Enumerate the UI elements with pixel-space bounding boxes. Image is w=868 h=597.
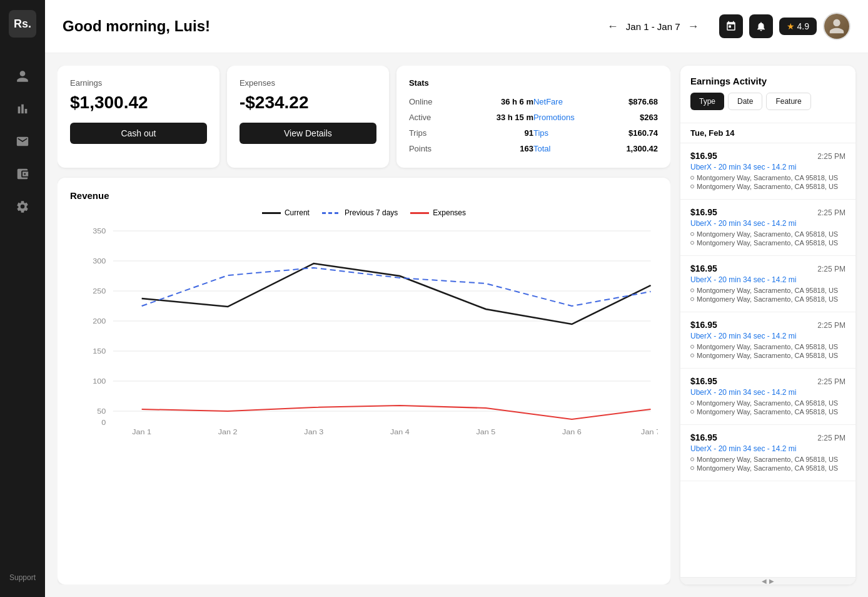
previous-line-sample: [322, 212, 341, 214]
next-date-button[interactable]: →: [688, 20, 699, 33]
activity-type: UberX - 20 min 34 sec - 14.2 mi: [690, 275, 845, 284]
earnings-value: $1,300.42: [70, 93, 207, 113]
date-navigation: ← Jan 1 - Jan 7 →: [607, 20, 699, 33]
activity-from: Montgomery Way, Sacramento, CA 95818, US: [690, 174, 845, 181]
page-title: Good morning, Luis!: [63, 18, 607, 35]
activity-to: Montgomery Way, Sacramento, CA 95818, US: [690, 464, 845, 472]
activity-time: 2:25 PM: [817, 265, 845, 273]
sidebar-item-messages[interactable]: [9, 128, 36, 155]
expenses-line-sample: [410, 212, 429, 214]
date-range-label: Jan 1 - Jan 7: [626, 21, 680, 32]
location-dot-to: [690, 297, 694, 301]
location-dot-from: [690, 176, 694, 180]
cash-out-button[interactable]: Cash out: [70, 123, 207, 144]
stats-grid: Online36 h 6 mNetFare$876.68Active33 h 1…: [409, 95, 658, 155]
sidebar-item-settings[interactable]: [9, 193, 36, 220]
svg-text:100: 100: [93, 377, 106, 385]
sidebar-item-analytics[interactable]: [9, 95, 36, 123]
expenses-card: Expenses -$234.22 View Details: [227, 66, 389, 168]
svg-text:Jan 7: Jan 7: [641, 428, 658, 436]
cards-row: Earnings $1,300.42 Cash out Expenses -$2…: [58, 66, 670, 168]
stat-metric-value: $160.74: [595, 126, 658, 140]
stat-label: Active: [409, 111, 472, 124]
location-dot-to: [690, 410, 694, 414]
activity-item[interactable]: $16.95 2:25 PM UberX - 20 min 34 sec - 1…: [680, 143, 855, 200]
stat-metric-label[interactable]: Total: [533, 142, 596, 155]
sidebar-logo: Rs.: [9, 10, 36, 38]
location-dot-from: [690, 457, 694, 461]
current-line-sample: [262, 212, 281, 214]
activity-time: 2:25 PM: [817, 321, 845, 330]
star-icon: ★: [787, 21, 795, 31]
from-address: Montgomery Way, Sacramento, CA 95818, US: [697, 343, 838, 350]
stat-label: Online: [409, 95, 472, 108]
expenses-value: -$234.22: [240, 93, 376, 113]
legend-expenses: Expenses: [410, 208, 466, 217]
svg-text:150: 150: [93, 347, 106, 355]
activity-from: Montgomery Way, Sacramento, CA 95818, US: [690, 230, 845, 238]
sidebar-item-profile[interactable]: [9, 63, 36, 90]
activity-row1: $16.95 2:25 PM: [690, 320, 845, 330]
activity-item[interactable]: $16.95 2:25 PM UberX - 20 min 34 sec - 1…: [680, 312, 855, 369]
activity-type: UberX - 20 min 34 sec - 14.2 mi: [690, 332, 845, 340]
section-date: Tue, Feb 14: [680, 123, 855, 143]
activity-to: Montgomery Way, Sacramento, CA 95818, US: [690, 239, 845, 247]
prev-date-button[interactable]: ←: [607, 20, 618, 33]
view-details-button[interactable]: View Details: [240, 123, 376, 144]
legend-expenses-label: Expenses: [433, 208, 466, 217]
to-address: Montgomery Way, Sacramento, CA 95818, US: [697, 183, 838, 190]
activity-time: 2:25 PM: [817, 152, 845, 161]
activity-item[interactable]: $16.95 2:25 PM UberX - 20 min 34 sec - 1…: [680, 425, 855, 481]
to-address: Montgomery Way, Sacramento, CA 95818, US: [697, 352, 838, 359]
location-dot-from: [690, 288, 694, 292]
right-panel: Earnings Activity TypeDateFeature Tue, F…: [680, 66, 855, 584]
activity-row1: $16.95 2:25 PM: [690, 432, 845, 442]
activity-to: Montgomery Way, Sacramento, CA 95818, US: [690, 352, 845, 359]
chart-title: Revenue: [70, 190, 658, 201]
sidebar-support[interactable]: Support: [9, 573, 36, 587]
scroll-right-arrow[interactable]: ▶: [769, 578, 774, 584]
stat-metric-label[interactable]: Tips: [533, 126, 596, 140]
activity-item[interactable]: $16.95 2:25 PM UberX - 20 min 34 sec - 1…: [680, 369, 855, 425]
filter-tab-date[interactable]: Date: [728, 93, 762, 110]
avatar[interactable]: [823, 13, 850, 40]
filter-tab-type[interactable]: Type: [690, 93, 724, 110]
rating-badge: ★ 4.9: [779, 18, 817, 35]
notifications-button[interactable]: [749, 14, 773, 38]
expenses-label: Expenses: [240, 78, 376, 88]
location-dot-to: [690, 241, 694, 245]
stat-metric-value: $876.68: [595, 95, 658, 108]
sidebar-item-wallet[interactable]: [9, 160, 36, 188]
activity-amount: $16.95: [690, 207, 717, 217]
revenue-chart-card: Revenue Current Previous 7 days Expenses: [58, 178, 670, 584]
svg-text:50: 50: [97, 407, 106, 416]
activity-item[interactable]: $16.95 2:25 PM UberX - 20 min 34 sec - 1…: [680, 200, 855, 256]
sidebar: Rs. Support: [0, 0, 45, 597]
scroll-left-arrow[interactable]: ◀: [762, 578, 767, 584]
stat-value: 91: [471, 126, 533, 140]
header: Good morning, Luis! ← Jan 1 - Jan 7 → ★ …: [45, 0, 868, 53]
avatar-icon: [828, 18, 845, 35]
chart-area: 350 300 250 200 150 100 50 0 Jan 1 Jan 2…: [70, 225, 658, 437]
from-address: Montgomery Way, Sacramento, CA 95818, US: [697, 456, 838, 463]
location-dot-from: [690, 345, 694, 349]
person-icon: [16, 69, 29, 83]
activity-amount: $16.95: [690, 263, 717, 273]
legend-current: Current: [262, 208, 310, 217]
stat-metric-label[interactable]: Promotions: [533, 111, 596, 124]
activity-amount: $16.95: [690, 432, 717, 442]
svg-text:Jan 2: Jan 2: [218, 428, 238, 436]
body-layout: Earnings $1,300.42 Cash out Expenses -$2…: [45, 53, 868, 597]
calendar-button[interactable]: [719, 14, 743, 38]
legend-previous: Previous 7 days: [322, 208, 398, 217]
revenue-svg: 350 300 250 200 150 100 50 0 Jan 1 Jan 2…: [70, 225, 658, 437]
svg-text:Jan 6: Jan 6: [562, 428, 582, 436]
bell-icon: [755, 21, 767, 32]
stat-metric-label[interactable]: NetFare: [533, 95, 596, 108]
activity-row1: $16.95 2:25 PM: [690, 207, 845, 217]
filter-tab-feature[interactable]: Feature: [766, 93, 810, 110]
activity-to: Montgomery Way, Sacramento, CA 95818, US: [690, 183, 845, 190]
svg-text:200: 200: [93, 317, 106, 325]
location-dot-to: [690, 466, 694, 470]
activity-item[interactable]: $16.95 2:25 PM UberX - 20 min 34 sec - 1…: [680, 256, 855, 312]
